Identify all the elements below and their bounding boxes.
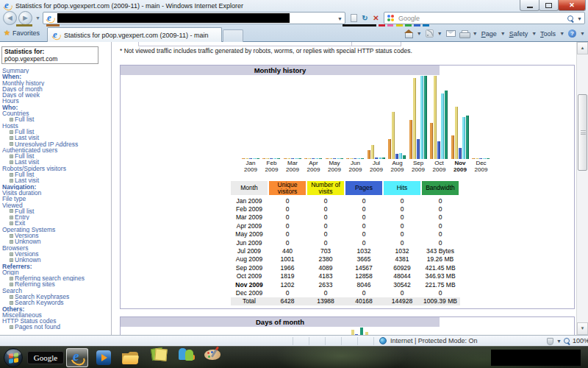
sidebar-item-browsers[interactable]: Browsers xyxy=(2,245,110,251)
print-icon[interactable] xyxy=(459,30,469,38)
scrollbar-thumb[interactable] xyxy=(578,94,587,171)
scroll-up-button[interactable]: ▲ xyxy=(577,42,588,54)
sidebar-item-exit[interactable]: Exit xyxy=(2,220,110,226)
sidebar-item-unresolved-ip-address[interactable]: Unresolved IP Address xyxy=(2,141,110,147)
zone-status-text: Internet | Protected Mode: On xyxy=(390,337,477,344)
taskbar-messenger[interactable] xyxy=(177,347,196,362)
sidebar-item-full-list[interactable]: Full list xyxy=(2,208,110,214)
help-dropdown-icon[interactable]: ▼ xyxy=(580,31,585,36)
sidebar-item-referring-search-engines[interactable]: Referring search engines xyxy=(2,275,110,281)
protected-mode-icon[interactable] xyxy=(547,338,553,345)
read-mail-icon[interactable] xyxy=(446,30,456,37)
feed-dropdown-icon[interactable]: ▼ xyxy=(437,31,442,36)
sidebar-item-last-visit[interactable]: Last visit xyxy=(2,177,110,183)
home-dropdown-icon[interactable]: ▼ xyxy=(417,31,422,36)
sidebar-item-versions[interactable]: Versions xyxy=(2,233,110,238)
sidebar-item-miscellaneous[interactable]: Miscellaneous xyxy=(2,312,110,318)
taskbar-sticky-notes[interactable] xyxy=(151,347,167,361)
screen: Statistics for p0op.vgexpert.com (2009-1… xyxy=(0,0,588,368)
chart-bar xyxy=(333,158,336,159)
sidebar-item-hours[interactable]: Hours xyxy=(2,98,110,104)
recent-pages-dropdown[interactable]: ▼ xyxy=(35,15,40,21)
protected-mode-dropdown[interactable]: ▼ xyxy=(556,339,562,344)
sidebar-item-full-list[interactable]: Full list xyxy=(2,129,110,135)
vertical-scrollbar[interactable]: ▲ ▼ xyxy=(576,42,588,335)
value-cell: 1202 xyxy=(269,281,306,289)
x-axis-label: May2009 xyxy=(323,160,345,173)
sidebar-item-robots-spiders-visitors[interactable]: Robots/Spiders visitors xyxy=(2,166,110,171)
stop-button[interactable]: ✕ xyxy=(370,13,381,24)
compatibility-view-button[interactable] xyxy=(348,13,359,24)
minimize-button[interactable] xyxy=(520,0,539,11)
taskbar-paint[interactable] xyxy=(204,347,222,361)
search-placeholder: Google xyxy=(398,15,420,22)
sidebar-item-operating-systems[interactable]: Operating Systems xyxy=(2,227,110,233)
scroll-down-button[interactable]: ▼ xyxy=(577,322,588,335)
sidebar-item-last-visit[interactable]: Last visit xyxy=(2,135,110,141)
tab-statistics[interactable]: Statistics for p0op.vgexpert.com (2009-1… xyxy=(47,27,222,42)
sidebar-item-file-type[interactable]: File type xyxy=(2,196,110,202)
new-tab-button[interactable] xyxy=(223,29,243,42)
sidebar-item-visits-duration[interactable]: Visits duration xyxy=(2,190,110,196)
sidebar-item-full-list[interactable]: Full list xyxy=(2,153,110,159)
sidebar-item-hosts[interactable]: Hosts xyxy=(2,123,110,129)
sidebar-item-full-list[interactable]: Full list xyxy=(2,171,110,177)
page-menu[interactable]: Page xyxy=(481,30,497,38)
chart-bar xyxy=(434,76,437,159)
sidebar-item-last-visit[interactable]: Last visit xyxy=(2,159,110,165)
home-icon[interactable] xyxy=(405,29,413,38)
tools-dropdown-icon[interactable]: ▼ xyxy=(559,31,564,36)
address-dropdown-icon[interactable]: ▼ xyxy=(337,16,343,21)
forward-button[interactable]: ► xyxy=(18,11,32,25)
maximize-button[interactable] xyxy=(539,0,559,11)
sidebar-item-full-list[interactable]: Full list xyxy=(2,116,110,122)
refresh-button[interactable]: ↻ xyxy=(359,13,370,24)
safety-menu[interactable]: Safety xyxy=(509,30,528,38)
sidebar-item-pages-not-found[interactable]: Pages not found xyxy=(2,324,110,330)
sidebar-item-authenticated-users[interactable]: Authenticated users xyxy=(2,147,110,153)
sidebar-item-unknown[interactable]: Unknown xyxy=(2,257,110,263)
sidebar-item-summary[interactable]: Summary xyxy=(2,68,110,74)
google-search-widget[interactable]: Google xyxy=(27,351,64,364)
sidebar-item-referring-sites[interactable]: Referring sites xyxy=(2,281,110,287)
start-button[interactable] xyxy=(4,348,23,367)
sidebar-item-versions[interactable]: Versions xyxy=(2,251,110,257)
favorites-button[interactable]: ★ Favorites xyxy=(4,29,40,37)
taskbar-media-player[interactable] xyxy=(96,350,111,365)
system-tray-redaction xyxy=(491,350,581,366)
help-icon[interactable]: ? xyxy=(568,29,576,38)
zoom-magnifier-icon[interactable] xyxy=(564,338,570,344)
search-provider-dropdown[interactable]: ▼ xyxy=(577,16,582,21)
taskbar-windows-explorer[interactable] xyxy=(122,352,139,364)
search-icon[interactable] xyxy=(567,15,574,22)
sidebar-item-entry[interactable]: Entry xyxy=(2,214,110,220)
rss-feed-icon[interactable] xyxy=(426,29,434,38)
value-cell: 0 xyxy=(269,222,306,230)
address-bar[interactable]: ▼ xyxy=(43,12,345,24)
sidebar-item-countries[interactable]: Countries xyxy=(2,110,110,116)
window-title: Statistics for p0op.vgexpert.com (2009-1… xyxy=(15,2,243,10)
print-dropdown-icon[interactable]: ▼ xyxy=(473,31,478,36)
search-box[interactable]: Google ▼ xyxy=(384,12,585,24)
safety-dropdown-icon[interactable]: ▼ xyxy=(531,31,537,36)
value-cell: 0 xyxy=(269,205,306,213)
taskbar-internet-explorer-active[interactable] xyxy=(66,348,88,367)
sidebar-item-label: Full list xyxy=(15,129,34,135)
sidebar-item-search[interactable]: Search xyxy=(2,288,110,294)
tools-menu[interactable]: Tools xyxy=(540,30,556,38)
back-button[interactable]: ◄ xyxy=(3,11,17,25)
sidebar-item-days-of-week[interactable]: Days of week xyxy=(2,92,110,98)
sidebar-item-viewed[interactable]: Viewed xyxy=(2,202,110,208)
page-dropdown-icon[interactable]: ▼ xyxy=(501,31,506,36)
sidebar-item-search-keywords[interactable]: Search Keywords xyxy=(2,300,110,305)
sidebar-item-unknown[interactable]: Unknown xyxy=(2,238,110,244)
sidebar-item-label: Full list xyxy=(15,171,34,177)
close-button[interactable]: ✕ xyxy=(558,0,586,11)
sidebar-item-days-of-month[interactable]: Days of month xyxy=(2,86,110,92)
sidebar-item-http-status-codes[interactable]: HTTP Status codes xyxy=(2,318,110,324)
chart-bar xyxy=(354,158,356,159)
sidebar-item-label: Search Keyphrases xyxy=(15,294,69,300)
sidebar-item-origin[interactable]: Origin xyxy=(2,269,110,275)
sidebar-item-search-keyphrases[interactable]: Search Keyphrases xyxy=(2,294,110,300)
sidebar-item-monthly-history[interactable]: Monthly history xyxy=(2,80,110,86)
